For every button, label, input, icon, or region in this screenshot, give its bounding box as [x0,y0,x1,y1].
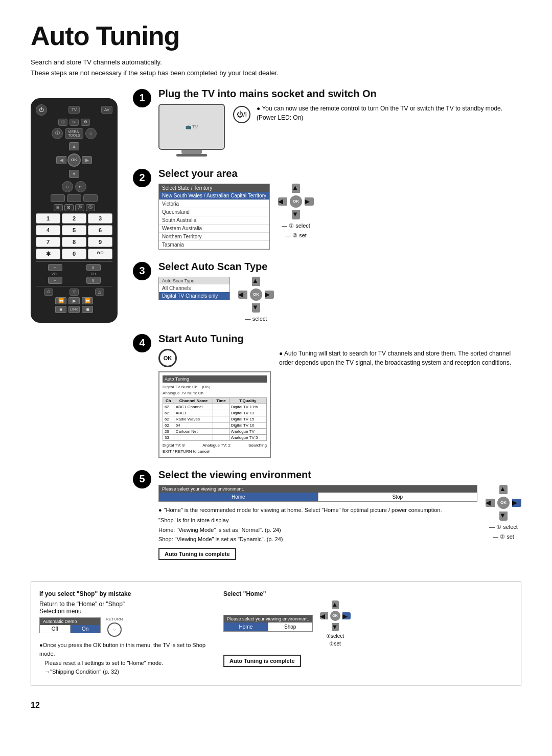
bottom-callout-set: ②set [329,641,340,647]
numpad: 1 2 3 4 5 6 7 8 9 ✱ 0 ⊙⊙ [36,213,112,259]
env-shop[interactable]: Stop [318,493,477,501]
av-button[interactable]: AV [101,106,112,114]
step-3: 3 Select Auto Scan Type Auto Scan Type A… [133,261,521,322]
rewind-button[interactable]: ⏪ [55,297,66,304]
bullet-dot: ● [257,105,260,112]
page-number: 12 [31,701,521,710]
ok-symbol[interactable]: OK [158,349,177,367]
mistake-title: If you select "Shop" by mistake [39,590,213,597]
num-6[interactable]: 6 [88,225,112,235]
teletext-button[interactable]: 1/I [70,119,79,126]
stop-button[interactable]: ■ [55,306,66,313]
num-2[interactable]: 2 [62,213,86,224]
bottom-left: If you select "Shop" by mistake Return t… [39,590,213,677]
step-4: 4 Start Auto Tuning OK Auto Tuning Digit… [133,333,521,458]
scan-dpad-down: ▼ [252,303,260,313]
bottom-env-header: Please select your viewing environment. [224,615,312,622]
area-sa[interactable]: South Australia [159,216,269,225]
area-tas[interactable]: Tasmania [159,241,269,249]
area-vic[interactable]: Victoria [159,200,269,208]
scan-digital-only[interactable]: Digital TV Channels only [159,292,229,300]
colored-btn-1[interactable]: ⊞ [54,204,63,211]
diagram-dpad-up: ▲ [292,184,300,193]
diagram-dpad-right: ▶ [305,197,314,206]
bottom-right: Select "Home" Please select your viewing… [223,590,513,677]
tuning-progress-bar: Digital TV: 8 Analogue TV: 2 Searching [163,443,267,448]
bottom-notes: ●Once you press the OK button in this me… [39,641,213,677]
auto-demo-off[interactable]: Off [40,625,71,633]
bottom-btn-3[interactable]: △ [95,288,104,296]
num-star[interactable]: ✱ [36,249,60,259]
colored-buttons: ⊞ ⊠ ⓔ ⓑ [36,204,112,211]
extra-btn-2[interactable] [67,194,81,202]
env-dpad-right: ▶ [512,499,521,507]
num-1[interactable]: 1 [36,213,60,224]
env-menu-header: Please select your viewing environment. [159,485,477,493]
complete-badge: Auto Tuning is complete [158,548,236,560]
area-nt[interactable]: Northern Territory [159,233,269,241]
area-nsw[interactable]: New South Wales / Australian Capital Ter… [159,192,269,200]
bottom-btn-2[interactable]: ▽ [70,288,79,296]
num-0[interactable]: 0 [62,249,86,259]
num-subtitle[interactable]: ⊙⊙ [88,249,112,259]
diagram-dpad-left: ◀ [278,197,287,206]
ok-center-button[interactable]: OK [67,153,81,167]
power-button[interactable]: ⏻ [36,104,47,116]
options-button[interactable]: ○ [85,128,97,139]
colored-btn-4[interactable]: ⓑ [86,204,95,211]
remote-control: ⏻ TV AV ⊞ 1/I ⚙ ⓘ VIERATOOLS ○ ▲ ▼ ◀ ▶ O… [31,98,118,323]
bottom-section: If you select "Shop" by mistake Return t… [31,582,521,685]
bottom-dpad-down: ▼ [332,623,339,631]
return-button-area: RETURN ○ [106,617,123,637]
step-3-callout: — select [245,316,267,322]
extra-btn-3[interactable] [83,194,98,202]
ch-down[interactable]: ∨ [86,277,101,284]
num-8[interactable]: 8 [62,237,86,247]
transport-controls: ⏪ ▶ ⏩ [36,297,112,304]
vol-down[interactable]: − [48,277,62,284]
bottom-env-shop[interactable]: Shop [268,622,312,631]
play-button[interactable]: ▶ [68,297,80,304]
aspect-button[interactable]: ⊞ [58,119,67,126]
step-5-callout1: — ① select [489,524,518,530]
return-circle-button[interactable]: ○ [107,622,122,637]
num-9[interactable]: 9 [88,237,112,247]
dpad-left[interactable]: ◀ [56,156,66,164]
ch-up[interactable]: ∧ [86,264,101,271]
record-button[interactable]: ⏺ [82,306,93,313]
num-3[interactable]: 3 [88,213,112,224]
dpad-down[interactable]: ▼ [69,170,79,178]
num-7[interactable]: 7 [36,237,60,247]
dpad: ▲ ▼ ◀ ▶ OK [56,142,92,178]
extra-btn-1[interactable] [51,194,65,202]
viera-link-button[interactable]: LINK [68,306,80,313]
return-instruction: Return to the "Home" or "Shop" Selection… [39,601,213,615]
dpad-up[interactable]: ▲ [69,142,79,150]
diagram-dpad-ok: OK [290,195,302,208]
circle-button[interactable]: ○ [62,181,73,192]
area-wa[interactable]: Western Australia [159,225,269,233]
vol-up[interactable]: + [48,264,62,271]
info-button[interactable]: ⓘ [52,128,63,139]
bottom-btn-1[interactable]: ⊙ [44,288,53,296]
step-1-number: 1 [133,89,151,107]
num-5[interactable]: 5 [62,225,86,235]
return-label: RETURN [106,617,123,621]
viewing-env-menu: Please select your viewing environment. … [158,485,477,502]
colored-btn-3[interactable]: ⓔ [75,204,84,211]
bottom-env-home[interactable]: Home [224,622,268,631]
fastforward-button[interactable]: ⏩ [82,297,93,304]
settings-button[interactable]: ⚙ [81,119,90,126]
viera-tools-button[interactable]: VIERATOOLS [65,128,83,139]
step-5-number: 5 [133,470,151,488]
area-qld[interactable]: Queensland [159,208,269,216]
diagram-dpad-down: ▼ [292,210,300,219]
tv-button[interactable]: TV [68,106,80,114]
return-button[interactable]: ↩ [75,181,86,192]
dpad-right[interactable]: ▶ [82,156,92,164]
scan-all-channels[interactable]: All Channels [159,284,229,292]
colored-btn-2[interactable]: ⊠ [64,204,74,211]
env-home[interactable]: Home [159,493,318,501]
auto-demo-on[interactable]: On [71,625,101,633]
num-4[interactable]: 4 [36,225,60,235]
